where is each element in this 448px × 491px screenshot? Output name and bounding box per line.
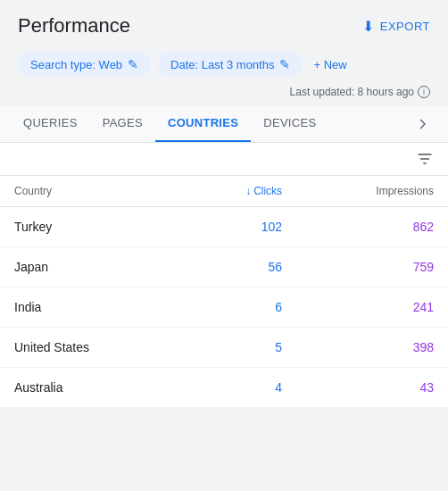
header: Performance ⬇ EXPORT xyxy=(0,0,448,46)
clicks-cell: 5 xyxy=(182,328,296,368)
impressions-cell: 759 xyxy=(296,247,448,287)
impressions-header: Impressions xyxy=(296,176,448,207)
clicks-cell: 4 xyxy=(182,368,296,408)
tab-bar: QUERIES PAGES COUNTRIES DEVICES xyxy=(0,105,448,143)
page-container: Performance ⬇ EXPORT Search type: Web ✎ … xyxy=(0,0,448,491)
new-label: + New xyxy=(313,58,346,71)
country-header: Country xyxy=(0,176,182,207)
table-row: Japan56759 xyxy=(0,247,448,287)
table-container: Country ↓Clicks Impressions Turkey102862… xyxy=(0,143,448,407)
clicks-header[interactable]: ↓Clicks xyxy=(182,176,296,207)
country-cell: United States xyxy=(0,328,182,368)
clicks-cell: 6 xyxy=(182,287,296,328)
table-row: Australia443 xyxy=(0,368,448,408)
tab-devices[interactable]: DEVICES xyxy=(251,105,328,142)
country-cell: Australia xyxy=(0,368,182,408)
table-body: Turkey102862Japan56759India6241United St… xyxy=(0,207,448,408)
page-title: Performance xyxy=(18,14,130,37)
export-label: EXPORT xyxy=(380,20,430,33)
clicks-cell: 102 xyxy=(182,207,296,247)
new-button[interactable]: + New xyxy=(313,58,346,71)
table-actions xyxy=(0,143,448,176)
filter-button[interactable] xyxy=(416,150,434,168)
tab-more-button[interactable] xyxy=(409,110,437,138)
last-updated-bar: Last updated: 8 hours ago i xyxy=(0,86,448,105)
impressions-cell: 43 xyxy=(296,368,448,408)
filter-icon xyxy=(416,150,434,168)
table-row: United States5398 xyxy=(0,328,448,368)
impressions-cell: 862 xyxy=(296,207,448,247)
date-chip[interactable]: Date: Last 3 months ✎ xyxy=(158,52,303,77)
info-icon[interactable]: i xyxy=(418,86,430,98)
date-label: Date: Last 3 months xyxy=(170,58,274,71)
clicks-cell: 56 xyxy=(182,247,296,287)
download-icon: ⬇ xyxy=(362,18,375,35)
tab-countries[interactable]: COUNTRIES xyxy=(155,105,251,142)
impressions-cell: 398 xyxy=(296,328,448,368)
tab-queries[interactable]: QUERIES xyxy=(11,105,90,142)
last-updated-text: Last updated: 8 hours ago xyxy=(290,86,414,98)
search-type-chip[interactable]: Search type: Web ✎ xyxy=(18,52,151,77)
table-row: India6241 xyxy=(0,287,448,328)
data-table: Country ↓Clicks Impressions Turkey102862… xyxy=(0,176,448,407)
table-row: Turkey102862 xyxy=(0,207,448,247)
tab-pages[interactable]: PAGES xyxy=(90,105,155,142)
country-cell: Japan xyxy=(0,247,182,287)
edit-search-type-icon: ✎ xyxy=(128,57,138,71)
impressions-cell: 241 xyxy=(296,287,448,328)
search-type-label: Search type: Web xyxy=(30,58,122,71)
filter-row: Search type: Web ✎ Date: Last 3 months ✎… xyxy=(0,46,448,86)
country-cell: Turkey xyxy=(0,207,182,247)
edit-date-icon: ✎ xyxy=(279,57,290,71)
table-header-row: Country ↓Clicks Impressions xyxy=(0,176,448,207)
sort-arrow-icon: ↓ xyxy=(245,185,251,197)
country-cell: India xyxy=(0,287,182,328)
export-button[interactable]: ⬇ EXPORT xyxy=(362,18,430,35)
